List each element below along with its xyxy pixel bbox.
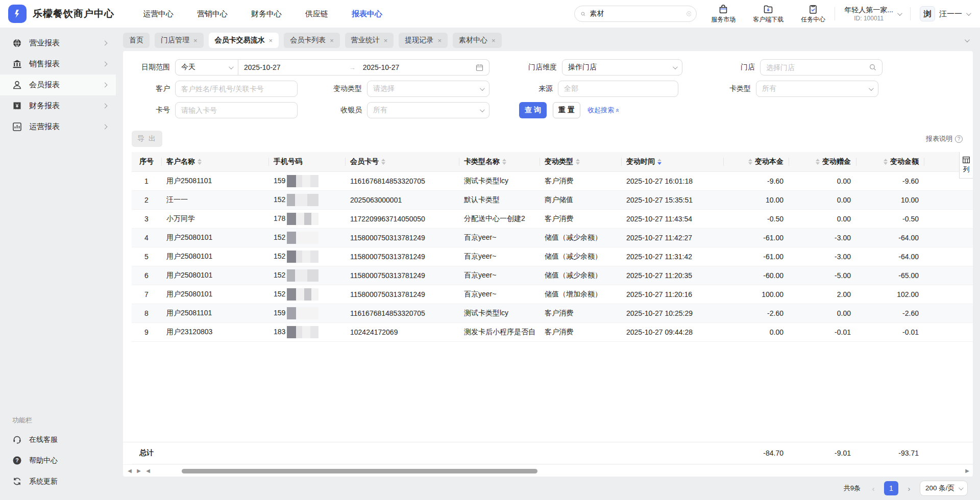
customer-input-field[interactable] xyxy=(181,85,291,93)
scroll-track-left-icon[interactable]: ◀ xyxy=(144,467,152,474)
scroll-right-button[interactable]: ▶ xyxy=(135,467,142,474)
cell-principal: -9.60 xyxy=(723,171,789,190)
sort-icon[interactable] xyxy=(198,159,202,165)
tab[interactable]: 会员卡列表 × xyxy=(284,33,340,48)
col-header-card-no[interactable]: 会员卡号 xyxy=(345,152,459,171)
client-download-button[interactable]: 客户端下载 xyxy=(753,4,783,24)
chevron-down-icon xyxy=(897,11,902,16)
tab-close-icon[interactable]: × xyxy=(384,37,388,44)
change-type-select[interactable]: 请选择 xyxy=(367,81,489,97)
column-settings-button[interactable]: 列 xyxy=(959,152,973,179)
service-market-button[interactable]: 服务市场 xyxy=(711,4,736,24)
tab-close-icon[interactable]: × xyxy=(330,37,334,44)
sidebar-item-finance-reports[interactable]: 财务报表 xyxy=(0,95,116,116)
top-nav-item[interactable]: 营销中心 xyxy=(197,9,228,19)
card-no-input[interactable] xyxy=(175,102,298,118)
global-search-input[interactable] xyxy=(590,10,682,18)
store-dimension-select[interactable]: 操作门店 xyxy=(562,59,682,76)
table-row: 5 用户25080101 152 1158000750313781249 百京y… xyxy=(132,247,973,266)
scrollbar-track[interactable] xyxy=(154,468,962,474)
scrollbar-thumb[interactable] xyxy=(182,469,537,473)
user-menu[interactable]: 浏 汪一一 xyxy=(920,6,970,21)
col-header-card-type[interactable]: 卡类型名称 xyxy=(459,152,540,171)
store-input-field[interactable] xyxy=(766,63,865,71)
global-search[interactable] xyxy=(574,6,697,22)
merchant-switcher[interactable]: 年轻人第一家... ID: 100011 xyxy=(844,6,901,22)
tabbar-chevron-down-button[interactable] xyxy=(960,34,973,47)
tab[interactable]: 营业统计 × xyxy=(345,33,394,48)
col-header-bonus[interactable]: 变动赠金 xyxy=(789,152,856,171)
top-nav-item[interactable]: 报表中心 xyxy=(352,9,382,19)
scroll-left-button[interactable]: ◀ xyxy=(126,467,133,474)
scroll-track-right-icon[interactable]: ▶ xyxy=(964,467,971,474)
tab-close-icon[interactable]: × xyxy=(269,37,273,44)
sidebar-item-system-update[interactable]: 系统更新 xyxy=(0,471,116,492)
sidebar-item-sales-reports[interactable]: 销售报表 xyxy=(0,54,116,74)
question-circle-icon: ? xyxy=(955,135,963,143)
reset-button[interactable]: 重 置 xyxy=(553,102,580,118)
change-type-value: 请选择 xyxy=(373,84,476,93)
phone-mosaic xyxy=(287,213,318,225)
user-name: 汪一一 xyxy=(939,9,962,19)
tab[interactable]: 素材中心 × xyxy=(453,33,502,48)
top-nav-item[interactable]: 财务中心 xyxy=(251,9,282,19)
sort-icon[interactable] xyxy=(657,159,662,165)
double-chevron-up-icon: » xyxy=(613,108,621,112)
sort-icon[interactable] xyxy=(576,159,580,165)
sort-icon[interactable] xyxy=(748,159,752,165)
search-button[interactable]: 查 询 xyxy=(519,102,547,118)
tab[interactable]: 会员卡交易流水 × xyxy=(209,33,279,48)
page-number-button[interactable]: 1 xyxy=(884,481,898,495)
report-help-link[interactable]: 报表说明 ? xyxy=(926,134,963,143)
col-header-amount[interactable]: 变动金额 xyxy=(856,152,924,171)
cell-customer-name: 用户25080101 xyxy=(161,247,268,266)
tab[interactable]: 首页 xyxy=(123,33,150,48)
sort-icon[interactable] xyxy=(816,159,820,165)
card-no-input-field[interactable] xyxy=(181,106,291,114)
sidebar-item-online-service[interactable]: 在线客服 xyxy=(0,429,116,450)
date-preset-select[interactable]: 今天 xyxy=(175,59,238,76)
top-nav-item[interactable]: 供应链 xyxy=(305,9,328,19)
table-row: 4 用户25080101 152 1158000750313781249 百京y… xyxy=(132,228,973,247)
tab[interactable]: 提现记录 × xyxy=(399,33,448,48)
col-header-change-type[interactable]: 变动类型 xyxy=(540,152,621,171)
col-header-principal[interactable]: 变动本金 xyxy=(723,152,789,171)
chevron-right-icon xyxy=(103,83,108,88)
customer-input[interactable] xyxy=(175,81,298,97)
export-button[interactable]: 导 出 xyxy=(132,131,162,147)
date-range-input[interactable]: 2025-10-27 → 2025-10-27 xyxy=(238,59,489,76)
cell-customer-name: 用户25080101 xyxy=(161,285,268,304)
cell-no: 3 xyxy=(132,209,161,228)
tab-label: 首页 xyxy=(129,36,143,45)
cell-customer-name: 用户23120803 xyxy=(161,322,268,341)
sidebar-item-label: 帮助中心 xyxy=(29,456,58,465)
clear-search-icon[interactable] xyxy=(687,10,692,18)
tab[interactable]: 门店管理 × xyxy=(155,33,204,48)
col-header-change-time[interactable]: 变动时间 xyxy=(621,152,723,171)
finance-icon xyxy=(12,101,22,111)
cashier-select[interactable]: 所有 xyxy=(367,102,489,118)
tab-close-icon[interactable]: × xyxy=(492,37,496,44)
sidebar-item-ops-reports[interactable]: 运营报表 xyxy=(0,116,116,137)
sidebar-item-help-center[interactable]: ? 帮助中心 xyxy=(0,450,116,471)
sort-icon[interactable] xyxy=(381,159,385,165)
col-header-name[interactable]: 客户名称 xyxy=(161,152,268,171)
top-nav-item[interactable]: 运营中心 xyxy=(143,9,174,19)
page-size-select[interactable]: 200 条/页 xyxy=(920,481,968,496)
client-download-icon xyxy=(763,4,773,14)
sort-icon[interactable] xyxy=(884,159,888,165)
task-center-button[interactable]: 任务中心 xyxy=(801,4,825,24)
prev-page-button[interactable]: ‹ xyxy=(868,484,879,493)
sidebar-item-member-reports[interactable]: 会员报表 xyxy=(0,74,116,95)
card-type-select[interactable]: 所有 xyxy=(756,81,878,97)
columns-grid-icon xyxy=(963,157,970,163)
sidebar-item-business-reports[interactable]: 营业报表 xyxy=(0,33,116,54)
source-select[interactable]: 全部 xyxy=(558,81,678,97)
tab-close-icon[interactable]: × xyxy=(193,37,198,44)
next-page-button[interactable]: › xyxy=(903,484,915,493)
tab-close-icon[interactable]: × xyxy=(437,37,442,44)
range-arrow-icon: → xyxy=(346,64,359,71)
collapse-search-link[interactable]: 收起搜索» xyxy=(587,106,619,115)
store-input[interactable] xyxy=(760,59,883,76)
sort-icon[interactable] xyxy=(502,159,506,165)
